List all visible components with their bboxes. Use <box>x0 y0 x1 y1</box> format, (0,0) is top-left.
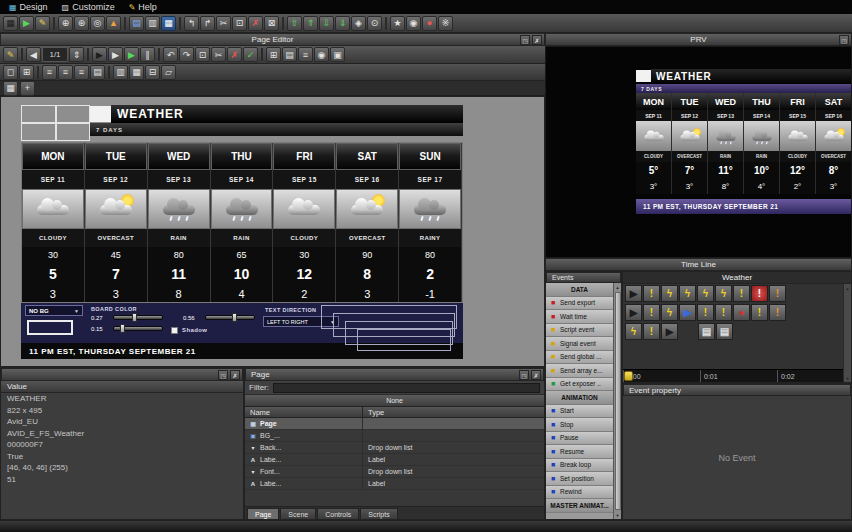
record-event[interactable]: ● <box>733 304 750 321</box>
error-event[interactable]: ! <box>751 285 768 302</box>
pause-button[interactable]: ∥ <box>140 47 155 62</box>
close-icon[interactable]: ✗ <box>230 370 240 380</box>
duplicate-button[interactable]: ▱ <box>161 65 176 80</box>
move-bottom-button[interactable]: ⇓ <box>335 16 350 31</box>
camera-button[interactable]: ◉ <box>406 16 421 31</box>
alert-event[interactable]: ! <box>769 304 786 321</box>
delete-button[interactable]: ✗ <box>248 16 263 31</box>
timeline-scrollbar[interactable]: ▲ ▼ <box>843 284 851 382</box>
property-row[interactable]: 822 x 495 <box>1 405 243 417</box>
day-fri[interactable]: FRI SEP 15 CLOUDY 30 12 2 <box>273 143 336 302</box>
graphic-title[interactable]: WEATHER <box>111 105 463 123</box>
menu-help[interactable]: ✎ Help <box>122 0 164 14</box>
bolt-event[interactable]: ϟ <box>679 285 696 302</box>
select-button[interactable]: ◻ <box>3 65 18 80</box>
scroll-down-icon[interactable]: ▼ <box>616 511 620 519</box>
property-row[interactable]: WEATHER <box>1 393 243 405</box>
play-blue-event[interactable]: ▶ <box>679 304 696 321</box>
align-left-button[interactable]: ≡ <box>42 65 57 80</box>
list-button[interactable]: ≡ <box>298 47 313 62</box>
opacity-slider-1[interactable] <box>113 315 163 320</box>
tab-page[interactable]: Page <box>247 508 279 520</box>
bg-row[interactable]: ▣ BG_... <box>245 430 544 442</box>
play-from-button[interactable]: ▶ <box>108 47 123 62</box>
property-row[interactable]: Avid_EU <box>1 416 243 428</box>
star-button[interactable]: ★ <box>390 16 405 31</box>
page-canvas[interactable]: WEATHER 7 DAYS MON SEP 11 CLOUDY 30 5 <box>0 96 545 367</box>
day-sat[interactable]: SAT SEP 16 OVERCAST 90 8 3 <box>336 143 399 302</box>
pyramid-button[interactable]: ▲ <box>106 16 121 31</box>
play-button[interactable]: ▶ <box>92 47 107 62</box>
anchor-button[interactable]: ◎ <box>90 16 105 31</box>
bolt-event[interactable]: ϟ <box>625 323 642 340</box>
dock-icon[interactable]: ◳ <box>218 370 228 380</box>
event-stop[interactable]: ■ Stop <box>546 418 613 432</box>
copy-button[interactable]: ⊡ <box>195 47 210 62</box>
tab-scene[interactable]: Scene <box>280 508 316 520</box>
event-set-position[interactable]: ■ Set position <box>546 472 613 486</box>
tab-scripts[interactable]: Scripts <box>360 508 397 520</box>
background-row[interactable]: ▾ Back... Drop down list <box>245 442 544 454</box>
event-break-loop[interactable]: ■ Break loop <box>546 459 613 473</box>
redo-button[interactable]: ↷ <box>179 47 194 62</box>
events-section-animation[interactable]: ANIMATION <box>546 391 613 405</box>
page-group-row[interactable]: ▦ Page <box>245 418 544 430</box>
menu-customize[interactable]: ▨ Customize <box>55 0 122 14</box>
grid-button[interactable]: ⊞ <box>19 65 34 80</box>
move-up-button[interactable]: ⇧ <box>287 16 302 31</box>
move-down-button[interactable]: ⇩ <box>319 16 334 31</box>
close-icon[interactable]: ✗ <box>532 35 542 45</box>
playhead-marker[interactable] <box>624 371 633 381</box>
color-swatch[interactable] <box>27 320 73 335</box>
options-button[interactable]: ※ <box>438 16 453 31</box>
preview-eye-button[interactable]: ◉ <box>314 47 329 62</box>
events-section-data[interactable]: DATA <box>546 283 613 297</box>
target-button[interactable]: ⊛ <box>74 16 89 31</box>
event-resume[interactable]: ■ Resume <box>546 445 613 459</box>
add-page-button[interactable]: + <box>20 81 35 96</box>
cells-button[interactable]: ▦ <box>129 65 144 80</box>
move-top-button[interactable]: ⇑ <box>303 16 318 31</box>
event-script-event[interactable]: ■ Script event <box>546 324 613 338</box>
dock-icon[interactable]: ◳ <box>519 370 529 380</box>
opacity-slider-2[interactable] <box>113 326 163 331</box>
play-all-button[interactable]: ▶ <box>124 47 139 62</box>
property-row[interactable]: True <box>1 451 243 463</box>
dock-icon[interactable]: ◳ <box>839 35 849 45</box>
font-row[interactable]: ▾ Font... Drop down list <box>245 466 544 478</box>
background-dropdown[interactable]: NO BG ▼ <box>25 305 83 316</box>
close-icon[interactable]: ✗ <box>531 370 541 380</box>
cut-button[interactable]: ✂ <box>211 47 226 62</box>
merge-button[interactable]: ⊟ <box>145 65 160 80</box>
diamond-button[interactable]: ◈ <box>351 16 366 31</box>
dock-icon[interactable]: ◳ <box>520 35 530 45</box>
justify-button[interactable]: ▤ <box>90 65 105 80</box>
events-section-master[interactable]: MASTER ANIMAT... <box>546 499 613 513</box>
scroll-thumb[interactable] <box>615 292 621 510</box>
play-event[interactable]: ▶ <box>661 323 678 340</box>
link-button[interactable]: ⊕ <box>58 16 73 31</box>
property-row[interactable]: [46, 40, 46] (255) <box>1 462 243 474</box>
play-event[interactable]: ▶ <box>625 285 642 302</box>
filter-input[interactable] <box>273 383 540 393</box>
align-center-button[interactable]: ≡ <box>58 65 73 80</box>
export-button[interactable]: ↱ <box>200 16 215 31</box>
grid-view-button[interactable]: ▦ <box>161 16 176 31</box>
event-send-export[interactable]: ■ Send export <box>546 297 613 311</box>
event-send-global[interactable]: ■ Send global ... <box>546 351 613 365</box>
label-row[interactable]: A Labe... Label <box>245 478 544 490</box>
paste-button[interactable]: ⊞ <box>266 47 281 62</box>
bolt-event[interactable]: ϟ <box>661 304 678 321</box>
day-wed[interactable]: WED SEP 13 RAIN 80 11 8 <box>148 143 211 302</box>
scroll-up-icon[interactable]: ▲ <box>616 283 620 291</box>
label-row[interactable]: A Labe... Label <box>245 454 544 466</box>
shadow-checkbox[interactable] <box>171 327 178 334</box>
clear-button[interactable]: ⊠ <box>264 16 279 31</box>
type-column-header[interactable]: Type <box>363 407 384 417</box>
warning-event[interactable]: ! <box>751 304 768 321</box>
slider-3[interactable] <box>205 315 255 320</box>
snapshot-button[interactable]: ▣ <box>330 47 345 62</box>
delete-button[interactable]: ✗ <box>227 47 242 62</box>
day-tue[interactable]: TUE SEP 12 OVERCAST 45 7 3 <box>85 143 148 302</box>
event-send-array[interactable]: ■ Send array e... <box>546 364 613 378</box>
